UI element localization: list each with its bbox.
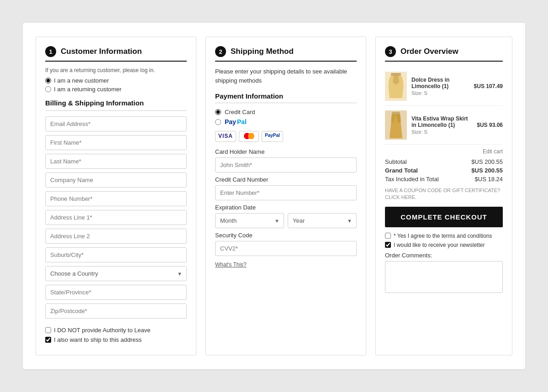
product-name-1: Dolce Dress in Limoncello (1): [411, 77, 469, 89]
step-2-circle: 2: [215, 46, 226, 57]
step-3-circle: 3: [385, 46, 396, 57]
payment-info-title: Payment Information: [215, 92, 357, 100]
visa-icon: VISA: [215, 131, 236, 142]
zip-field[interactable]: [45, 303, 187, 319]
ship-to-address-option[interactable]: I also want to ship to this address: [45, 336, 187, 343]
grand-total-label: Grand Total: [385, 167, 418, 174]
country-select-wrapper: Choose a Country ▼: [45, 266, 187, 281]
newsletter-option[interactable]: I would like to receive your newsletter: [385, 242, 503, 248]
paypal-al-text: Pal: [237, 118, 247, 125]
svg-rect-0: [391, 73, 401, 76]
credit-card-radio[interactable]: [215, 109, 221, 115]
mc-orange-circle: [248, 133, 254, 139]
customer-title: Customer Information: [61, 47, 142, 56]
year-select[interactable]: Year 2024 2025 2026 2027 2028: [288, 213, 357, 228]
new-customer-option[interactable]: I am a new customer: [45, 77, 187, 84]
svg-rect-1: [392, 112, 400, 114]
tax-value: $US 18.24: [475, 176, 503, 183]
security-label: Security Code: [215, 232, 357, 239]
whats-this-link[interactable]: What's This?: [215, 261, 357, 268]
no-authority-option[interactable]: I DO NOT provide Authority to Leave: [45, 327, 187, 334]
state-field[interactable]: [45, 285, 187, 300]
tax-row: Tax Included in Total $US 18.24: [385, 176, 503, 183]
product-image-2: [387, 112, 405, 138]
terms-option[interactable]: * Yes I agree to the terms and condition…: [385, 233, 503, 239]
customer-divider: [45, 61, 187, 62]
address1-field[interactable]: [45, 210, 187, 225]
terms-checkbox[interactable]: [385, 233, 391, 239]
card-number-field[interactable]: [215, 185, 357, 200]
subtotal-value: $US 200.55: [471, 158, 503, 165]
product-size-2: Size: S: [411, 129, 472, 135]
card-icons-group: VISA PayPal: [215, 131, 357, 142]
credit-card-option[interactable]: Credit Card: [215, 109, 357, 115]
paypal-logo: PayPal: [225, 118, 247, 125]
first-name-field[interactable]: [45, 135, 187, 150]
payment-divider: [215, 103, 357, 103]
product-name-2: Vita Estiva Wrap Skirt in Limoncello (1): [411, 115, 472, 128]
shipping-divider: [215, 61, 357, 62]
shipping-note: Please enter your shipping details to se…: [215, 67, 357, 85]
suburb-field[interactable]: [45, 247, 187, 262]
payment-options: Credit Card PayPal: [215, 109, 357, 125]
no-authority-label: I DO NOT provide Authority to Leave: [54, 327, 150, 334]
company-field[interactable]: [45, 172, 187, 188]
shipping-title: Shipping Method: [231, 47, 294, 56]
checkout-container: 1 Customer Information If you are a retu…: [23, 23, 525, 369]
order-title: Order Overview: [400, 47, 458, 56]
product-item-1: Dolce Dress in Limoncello (1) Size: S $U…: [385, 67, 503, 106]
returning-customer-option[interactable]: I am a returning customer: [45, 86, 187, 93]
subtotal-row: Subtotal $US 200.55: [385, 158, 503, 165]
paypal-card-icon: PayPal: [262, 131, 283, 142]
order-comments-textarea[interactable]: [385, 261, 503, 293]
paypal-radio[interactable]: [215, 119, 221, 125]
ship-to-address-checkbox[interactable]: [45, 337, 51, 343]
tax-label: Tax Included in Total: [385, 176, 439, 183]
returning-note: If you are a returning customer, please …: [45, 67, 187, 73]
address2-field[interactable]: [45, 229, 187, 244]
checkbox-group: I DO NOT provide Authority to Leave I al…: [45, 327, 187, 343]
ship-to-address-label: I also want to ship to this address: [54, 336, 142, 343]
card-holder-field[interactable]: [215, 157, 357, 172]
no-authority-checkbox[interactable]: [45, 327, 51, 333]
month-select-wrapper: Month 01 02 03 04 05 06 07 08 09 10 11 1…: [215, 213, 284, 228]
phone-field[interactable]: [45, 191, 187, 206]
email-field[interactable]: [45, 116, 187, 131]
mc-circles: [244, 133, 254, 139]
order-section: 3 Order Overview Dolce Dress in Limoncel…: [375, 37, 512, 355]
order-totals: Subtotal $US 200.55 Grand Total $US 200.…: [385, 158, 503, 183]
product-item-2: Vita Estiva Wrap Skirt in Limoncello (1)…: [385, 106, 503, 145]
paypal-option[interactable]: PayPal: [215, 118, 357, 125]
order-header: 3 Order Overview: [385, 46, 503, 57]
returning-customer-radio[interactable]: [45, 86, 51, 92]
newsletter-label: I would like to receive your newsletter: [394, 242, 485, 248]
order-comments-label: Order Comments:: [385, 252, 503, 259]
new-customer-label: I am a new customer: [54, 77, 109, 84]
customer-section: 1 Customer Information If you are a retu…: [36, 37, 196, 355]
product-price-1: $US 107.49: [474, 83, 503, 89]
subtotal-label: Subtotal: [385, 158, 407, 165]
product-thumb-2: [385, 110, 407, 140]
edit-cart-link[interactable]: Edit cart: [385, 148, 503, 155]
complete-checkout-button[interactable]: COMPLETE CHECKOUT: [385, 207, 503, 227]
new-customer-radio[interactable]: [45, 78, 51, 84]
year-select-wrapper: Year 2024 2025 2026 2027 2028 ▼: [288, 213, 357, 228]
step-1-circle: 1: [45, 46, 56, 57]
billing-title: Billing & Shipping Information: [45, 99, 187, 107]
shipping-section: 2 Shipping Method Please enter your ship…: [206, 37, 366, 355]
country-select[interactable]: Choose a Country: [45, 266, 187, 281]
paypal-pp-text: Pay: [225, 118, 236, 125]
billing-divider: [45, 110, 187, 111]
coupon-link[interactable]: HAVE A COUPON CODE OR GIFT CERTIFICATE? …: [385, 187, 503, 201]
cvv-field[interactable]: [215, 241, 357, 256]
product-size-1: Size: S: [411, 90, 469, 96]
grand-total-value: $US 200.55: [471, 167, 503, 174]
card-number-label: Credit Card Number: [215, 176, 357, 183]
card-holder-label: Card Holder Name: [215, 148, 357, 155]
product-details-2: Vita Estiva Wrap Skirt in Limoncello (1)…: [411, 115, 472, 135]
month-select[interactable]: Month 01 02 03 04 05 06 07 08 09 10 11 1…: [215, 213, 284, 228]
product-price-2: $US 93.06: [477, 122, 503, 128]
last-name-field[interactable]: [45, 154, 187, 169]
newsletter-checkbox[interactable]: [385, 242, 391, 248]
product-details-1: Dolce Dress in Limoncello (1) Size: S: [411, 77, 469, 96]
